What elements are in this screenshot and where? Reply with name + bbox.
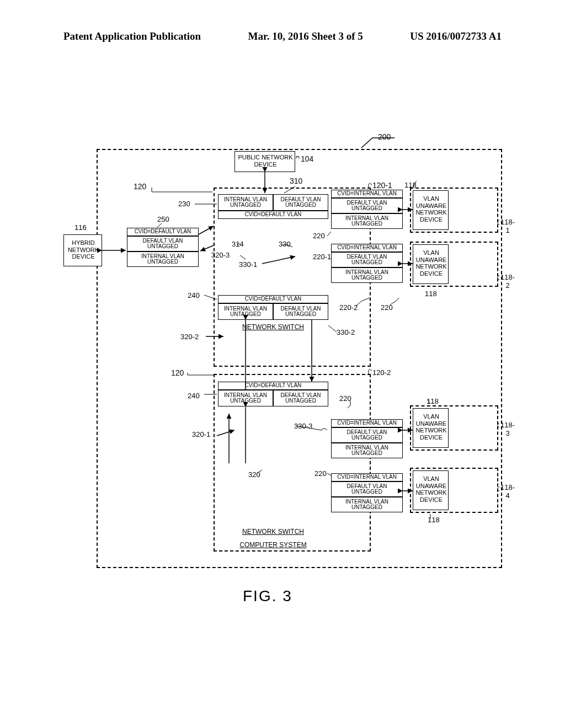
header-right: US 2016/0072733 A1 [410,30,502,42]
label-320: 320 [248,470,260,479]
label-116: 116 [74,223,87,232]
vlan-unaware-2: VLANUNAWARENETWORKDEVICE [413,244,449,284]
label-220-1: 220-1 [313,253,331,261]
label-120-1: 120-1 [372,181,392,190]
label-310: 310 [290,176,302,185]
p220a-cvid: CVID=INTERNAL VLAN [331,190,403,198]
p240b-cvid: CVID=DEFAULT VLAN [218,382,328,390]
label-220-r: 220 [381,303,393,312]
figure-3: 200 PUBLIC NETWORKDEVICE 104 310 120 120… [63,132,505,585]
label-240b: 240 [188,392,200,400]
label-240a: 240 [188,291,200,299]
label-320-1: 320-1 [192,430,210,438]
label-220-t: 220 [313,232,325,240]
p250-iv: INTERNAL VLANUNTAGGED [127,251,199,267]
vlan-unaware-4-label: VLANUNAWARENETWORKDEVICE [413,475,449,504]
label-314: 314 [232,240,244,248]
p240a-cvid: CVID=DEFAULT VLAN [218,295,328,303]
hybrid-device: HYBRIDNETWORKDEVICE [63,234,102,266]
port230-iv: INTERNAL VLANUNTAGGED [218,194,273,211]
p220d-iv: INTERNAL VLANUNTAGGED [331,497,403,512]
p220b-dv: DEFAULT VLANUNTAGGED [331,252,403,267]
label-320-2: 320-2 [180,333,199,341]
vlan-unaware-4: VLANUNAWARENETWORKDEVICE [413,470,449,510]
p220d-cvid: CVID=INTERNAL VLAN [331,473,403,481]
label-330: 330 [279,240,291,248]
page-header: Patent Application Publication Mar. 10, … [0,30,565,42]
p220d-dv: DEFAULT VLANUNTAGGED [331,481,403,497]
label-220-m: 220 [339,394,351,403]
port230-cvid: CVID=DEFAULT VLAN [218,211,328,219]
label-118-4: 118-4 [500,483,515,500]
public-network-device-label: PUBLIC NETWORKDEVICE [235,154,296,168]
label-120-2: 120-2 [372,368,391,377]
label-118-3: 118-3 [500,421,515,437]
label-220-b: 220 [315,469,327,478]
label-200: 200 [378,132,391,141]
label-118-mid: 118 [425,290,437,298]
label-118-b: 118 [428,516,440,524]
label-330-1: 330-1 [239,260,257,269]
p220c-cvid: CVID=INTERNAL VLAN [331,419,403,427]
p220a-iv: INTERNAL VLANUNTAGGED [331,213,403,229]
label-104: 104 [301,154,313,163]
p220c-dv: DEFAULT VLANUNTAGGED [331,427,403,443]
hybrid-device-label: HYBRIDNETWORKDEVICE [64,239,103,260]
vlan-unaware-1: VLANUNAWARENETWORKDEVICE [413,190,449,230]
p220c-iv: INTERNAL VLANUNTAGGED [331,443,403,458]
p240b-dv: DEFAULT VLANUNTAGGED [273,390,328,406]
vlan-unaware-3: VLANUNAWARENETWORKDEVICE [413,408,449,448]
label-220-2: 220-2 [339,303,358,312]
p220b-iv: INTERNAL VLANUNTAGGED [331,267,403,283]
label-320-3: 320-3 [211,251,230,259]
header-left: Patent Application Publication [63,30,201,42]
vlan-unaware-3-label: VLANUNAWARENETWORKDEVICE [413,413,449,441]
label-118-1: 118-1 [500,218,515,234]
upper-switch-label: NETWORK SWITCH [218,324,328,331]
label-250: 250 [157,215,169,223]
label-120-bot: 120 [171,368,184,377]
header-center: Mar. 10, 2016 Sheet 3 of 5 [248,30,363,42]
p220b-cvid: CVID=INTERNAL VLAN [331,244,403,252]
p250-cvid: CVID=DEFAULT VLAN [127,228,199,236]
label-118-2: 118-2 [500,273,515,290]
vlan-unaware-2-label: VLANUNAWARENETWORKDEVICE [413,249,449,277]
p240b-iv: INTERNAL VLANUNTAGGED [218,390,273,406]
label-330-2: 330-2 [337,328,355,336]
label-330-3: 330-3 [294,422,312,430]
p240a-iv: INTERNAL VLANUNTAGGED [218,303,273,320]
computer-system-label: COMPUTER SYSTEM [218,542,328,549]
label-118-m: 118 [427,397,439,405]
label-120-top: 120 [134,182,146,191]
figure-caption: FIG. 3 [243,587,292,605]
vlan-unaware-1-label: VLANUNAWARENETWORKDEVICE [413,195,449,223]
p240a-dv: DEFAULT VLANUNTAGGED [273,303,328,320]
public-network-device: PUBLIC NETWORKDEVICE [234,151,295,172]
p220a-dv: DEFAULT VLANUNTAGGED [331,198,403,213]
label-230: 230 [178,200,190,208]
p250-dv: DEFAULT VLANUNTAGGED [127,236,199,251]
label-118-top: 118 [404,181,417,189]
lower-switch-label: NETWORK SWITCH [218,528,328,536]
port230-dv: DEFAULT VLANUNTAGGED [273,194,328,211]
